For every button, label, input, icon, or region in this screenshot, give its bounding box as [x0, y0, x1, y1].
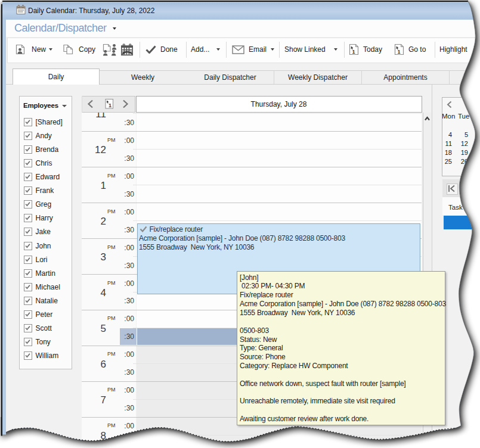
svg-text:1: 1 [352, 49, 355, 55]
svg-text:1: 1 [397, 49, 400, 55]
svg-text:1: 1 [109, 102, 112, 108]
